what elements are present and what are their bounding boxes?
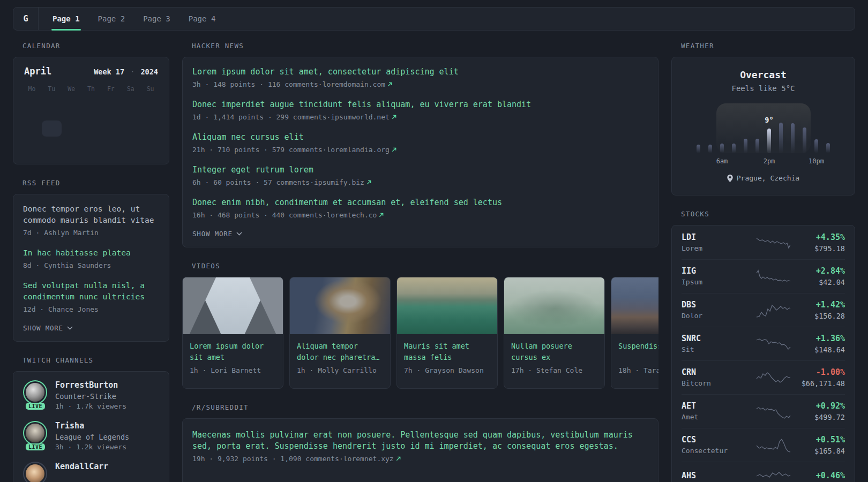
calendar-day: [62, 101, 81, 117]
video-thumbnail[interactable]: [183, 277, 283, 334]
calendar-week-label: Week: [94, 67, 111, 76]
twitch-channel-row: LIVE Trisha League of Legends 3h · 1.2k …: [23, 421, 159, 451]
twitch-channel-link[interactable]: KendallCarr: [55, 462, 108, 471]
stock-sparkline: [756, 268, 791, 284]
stock-symbol-link[interactable]: IIG: [682, 266, 756, 276]
story-title-link[interactable]: Aliquam nec cursus elit: [192, 132, 648, 143]
stock-symbol-link[interactable]: LDI: [682, 232, 756, 242]
calendar-day: [121, 101, 140, 117]
calendar-day: [140, 140, 160, 156]
feed-item-link[interactable]: Donec tempor eros leo, ut commodo mauris…: [23, 204, 159, 226]
avatar[interactable]: [26, 424, 44, 442]
story-title-link[interactable]: Donec imperdiet augue tincidunt felis al…: [192, 99, 648, 110]
story-title-link[interactable]: Lorem ipsum dolor sit amet, consectetur …: [192, 66, 648, 78]
video-meta: 1h · Molly Carrillo: [297, 366, 383, 374]
weather-location-text: Prague, Czechia: [737, 174, 799, 182]
avatar[interactable]: [26, 464, 44, 482]
weather-bar: [755, 139, 759, 153]
stock-sparkline: [756, 235, 791, 251]
video-title-link[interactable]: Lorem ipsum dolor sit amet consectetu…: [190, 341, 276, 363]
video-thumbnail[interactable]: [397, 277, 497, 334]
stock-symbol-link[interactable]: CRN: [682, 367, 756, 377]
stock-symbol-link[interactable]: AET: [682, 401, 756, 411]
page-tab[interactable]: Page 4: [188, 7, 217, 30]
stock-change: +0.46%: [791, 471, 845, 480]
calendar-day: [22, 140, 42, 156]
stock-id: DBS Dolor: [682, 300, 756, 320]
story-domain-link[interactable]: loremdomain.com: [323, 80, 392, 88]
external-link-icon: [392, 147, 396, 152]
calendar-day: [101, 101, 121, 117]
calendar-widget: CALENDAR April Week 17 · 2024 MoTuWeThFr…: [13, 42, 169, 164]
twitch-avatar-wrap: LIVE: [23, 421, 48, 448]
video-card: Lorem ipsum dolor sit amet consectetu… 1…: [182, 277, 283, 389]
calendar-day: [81, 140, 101, 156]
feed-item-meta: 12d · Chance Jones: [23, 305, 159, 313]
hackernews-list: Lorem ipsum dolor sit amet, consectetur …: [192, 66, 648, 219]
calendar-day: [121, 140, 140, 156]
stock-symbol-link[interactable]: DBS: [682, 300, 756, 310]
stock-symbol-link[interactable]: AHS: [682, 471, 756, 480]
weather-bar-slot: [799, 103, 811, 153]
calendar-day: [62, 120, 81, 137]
stock-sparkline: [756, 336, 791, 352]
feed-item-link[interactable]: In hac habitasse platea: [23, 247, 159, 259]
twitch-channel-link[interactable]: Trisha: [55, 421, 129, 431]
weather-bar: [791, 123, 795, 153]
video-title-link[interactable]: Aliquam tempor dolor nec pharetra…: [297, 341, 383, 363]
story-item: Donec enim nibh, condimentum et accumsan…: [192, 197, 648, 219]
stock-symbol-link[interactable]: SNRC: [682, 334, 756, 343]
avatar[interactable]: [26, 383, 44, 402]
calendar-day: [81, 101, 101, 117]
feed-item: Sed volutpat nulla nisl, a condimentum n…: [23, 280, 159, 313]
video-title-link[interactable]: Mauris sit amet massa felis: [404, 341, 490, 363]
story-domain-link[interactable]: loremnet.xyz: [343, 455, 401, 463]
page-tab[interactable]: Page 3: [142, 7, 171, 30]
video-title-link[interactable]: Nullam posuere cursus ex: [511, 341, 597, 363]
stock-change: +4.35%: [791, 232, 845, 242]
videos-row: Lorem ipsum dolor sit amet consectetu… 1…: [182, 277, 659, 389]
stock-symbol-link[interactable]: CCS: [682, 435, 756, 445]
weather-bar: [720, 144, 724, 153]
video-title-link[interactable]: Suspendisse diam: [618, 341, 659, 363]
video-thumbnail[interactable]: [504, 277, 604, 334]
stock-change: +1.36%: [791, 334, 845, 343]
feed-item-link[interactable]: Sed volutpat nulla nisl, a condimentum n…: [23, 280, 159, 303]
app-logo[interactable]: G: [13, 7, 39, 30]
story-domain-link[interactable]: ipsumify.biz: [314, 178, 371, 186]
weather-bar-slot: 9°: [764, 103, 775, 153]
twitch-widget: TWITCH CHANNELS LIVE ForrestBurton Count…: [13, 356, 169, 482]
calendar-weekday: Tu: [42, 85, 62, 97]
story-domain-link[interactable]: loremtech.co: [326, 211, 384, 219]
stock-sparkline: [756, 370, 791, 386]
calendar-day: [140, 101, 160, 117]
hackernews-show-more-button[interactable]: SHOW MORE: [192, 230, 242, 238]
story-domain-link[interactable]: loremlandia.org: [326, 146, 396, 154]
weather-condition: Overcast: [680, 69, 846, 80]
rss-list: Donec tempor eros leo, ut commodo mauris…: [23, 204, 159, 313]
external-link-icon: [392, 115, 396, 119]
video-thumbnail[interactable]: [290, 277, 390, 334]
stock-row: DBS Dolor +1.42% $156.28: [672, 293, 855, 327]
stock-values: +1.42% $156.28: [791, 300, 845, 320]
weather-time-label: 2pm: [764, 157, 775, 165]
story-title-link[interactable]: Donec enim nibh, condimentum et accumsan…: [192, 197, 648, 208]
story-title-link[interactable]: Integer eget rutrum lorem: [192, 164, 648, 176]
stock-sparkline: [756, 403, 791, 419]
video-thumbnail[interactable]: [611, 277, 659, 334]
twitch-channel-link[interactable]: ForrestBurton: [55, 380, 126, 390]
stock-name: Ipsum: [682, 278, 756, 286]
story-domain-link[interactable]: ipsumworld.net: [331, 113, 396, 121]
story-item: Donec imperdiet augue tincidunt felis al…: [192, 99, 648, 121]
stock-id: IIG Ipsum: [682, 266, 756, 286]
weather-bar: [697, 145, 700, 153]
story-title-link[interactable]: Maecenas mollis pulvinar erat non posuer…: [192, 430, 648, 452]
chevron-down-icon: [236, 232, 242, 236]
stock-id: LDI Lorem: [682, 232, 756, 252]
rss-show-more-button[interactable]: SHOW MORE: [23, 324, 73, 332]
weather-widget-title: WEATHER: [681, 42, 855, 50]
subreddit-card: Maecenas mollis pulvinar erat non posuer…: [182, 418, 659, 482]
page-tab[interactable]: Page 2: [97, 7, 126, 30]
page-tab[interactable]: Page 1: [51, 7, 81, 30]
stock-values: +0.92% $499.72: [791, 401, 845, 421]
